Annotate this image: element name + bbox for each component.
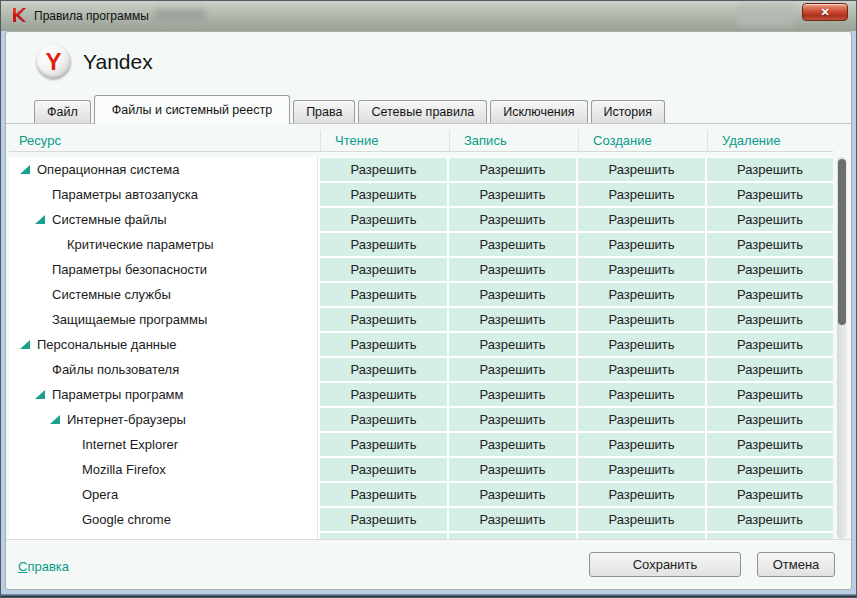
permission-button[interactable]: Разрешить (578, 433, 705, 456)
tree-cell[interactable]: Интернет-браузеры (9, 407, 318, 432)
tree-cell[interactable]: Opera (9, 482, 318, 507)
permission-button[interactable]: Разрешить (320, 408, 447, 431)
permission-button[interactable]: Разрешить (578, 333, 705, 356)
permission-button[interactable]: Разрешить (707, 333, 833, 356)
tab-exclusions[interactable]: Исключения (490, 100, 587, 123)
table-header-row: Ресурс ЧтениеЗаписьСозданиеУдаление (9, 130, 833, 152)
permission-button[interactable]: Разрешить (578, 508, 705, 531)
expander-icon[interactable] (20, 165, 30, 174)
permission-button[interactable]: Разрешить (707, 483, 833, 506)
permission-button[interactable]: Разрешить (449, 458, 576, 481)
permission-button[interactable]: Разрешить (449, 208, 576, 231)
cancel-button[interactable]: Отмена (757, 552, 835, 577)
tree-cell[interactable]: Параметры программ (9, 382, 318, 407)
permission-button[interactable]: Разрешить (449, 433, 576, 456)
permission-button[interactable]: Разрешить (578, 383, 705, 406)
permission-button[interactable]: Разрешить (707, 208, 833, 231)
tab-rights[interactable]: Права (293, 100, 355, 123)
save-button[interactable]: Сохранить (589, 552, 741, 577)
tab-network-rules[interactable]: Сетевые правила (358, 100, 487, 123)
tab-file[interactable]: Файл (34, 100, 91, 123)
tree-cell[interactable]: Mozilla Firefox (9, 457, 318, 482)
permission-button[interactable]: Разрешить (707, 183, 833, 206)
permission-button[interactable]: Разрешить (707, 158, 833, 181)
expander-icon[interactable] (20, 340, 30, 349)
permission-button[interactable]: Разрешить (320, 208, 447, 231)
permission-button[interactable]: Разрешить (707, 233, 833, 256)
permission-button[interactable]: Разрешить (449, 158, 576, 181)
vertical-scrollbar[interactable] (837, 157, 847, 539)
tree-cell[interactable]: Системные службы (9, 282, 318, 307)
permission-button[interactable]: Разрешить (707, 433, 833, 456)
permission-button[interactable]: Разрешить (578, 408, 705, 431)
help-link[interactable]: Справка (18, 559, 69, 574)
tree-cell[interactable]: Параметры автозапуска (9, 182, 318, 207)
tree-cell[interactable]: Файлы пользователя (9, 357, 318, 382)
permission-button[interactable]: Разрешить (707, 258, 833, 281)
permission-button[interactable]: Разрешить (707, 283, 833, 306)
tree-cell[interactable]: Защищаемые программы (9, 307, 318, 332)
permission-button[interactable]: Разрешить (449, 483, 576, 506)
permission-button[interactable]: Разрешить (707, 408, 833, 431)
permission-button[interactable]: Разрешить (449, 333, 576, 356)
tab-history[interactable]: История (591, 100, 665, 123)
permission-button[interactable]: Разрешить (449, 408, 576, 431)
tree-cell[interactable]: Персональные данные (9, 332, 318, 357)
permission-button[interactable]: Разрешить (449, 183, 576, 206)
permission-button[interactable]: Разрешить (320, 183, 447, 206)
permission-button[interactable]: Разрешить (320, 308, 447, 331)
column-header-permission: Чтение (320, 130, 447, 151)
permission-button[interactable]: Разрешить (449, 258, 576, 281)
permission-button[interactable]: Разрешить (578, 483, 705, 506)
permission-button[interactable]: Разрешить (449, 358, 576, 381)
permission-button[interactable]: Разрешить (707, 508, 833, 531)
tree-cell[interactable]: Операционная система (9, 157, 318, 182)
permission-button[interactable]: Разрешить (320, 458, 447, 481)
titlebar: Правила программы ✕ (1, 1, 856, 31)
tree-cell[interactable]: Google chrome (9, 507, 318, 532)
tree-cell[interactable]: Критические параметры (9, 232, 318, 257)
permission-button[interactable]: Разрешить (449, 308, 576, 331)
permission-button[interactable]: Разрешить (449, 508, 576, 531)
permission-button[interactable]: Разрешить (320, 358, 447, 381)
permission-button[interactable]: Разрешить (707, 358, 833, 381)
permission-button[interactable]: Разрешить (320, 508, 447, 531)
permission-button[interactable]: Разрешить (578, 258, 705, 281)
permission-button[interactable]: Разрешить (578, 233, 705, 256)
tree-cell[interactable]: Параметры безопасности (9, 257, 318, 282)
permission-button[interactable]: Разрешить (578, 308, 705, 331)
permission-button[interactable]: Разрешить (320, 283, 447, 306)
permission-button[interactable]: Разрешить (707, 458, 833, 481)
permission-button[interactable]: Разрешить (707, 308, 833, 331)
permission-button[interactable]: Разрешить (320, 383, 447, 406)
expander-icon[interactable] (35, 390, 45, 399)
permission-button[interactable]: Разрешить (707, 383, 833, 406)
permission-button[interactable]: Разрешить (449, 383, 576, 406)
tab-files-and-registry[interactable]: Файлы и системный реестр (94, 95, 290, 124)
permission-button[interactable]: Разрешить (320, 483, 447, 506)
permission-button[interactable]: Разрешить (578, 283, 705, 306)
close-button[interactable]: ✕ (802, 3, 848, 21)
permission-button[interactable]: Разрешить (578, 358, 705, 381)
permission-button[interactable]: Разрешить (578, 183, 705, 206)
permission-button[interactable]: Разрешить (449, 283, 576, 306)
expander-icon[interactable] (35, 215, 45, 224)
permission-button[interactable]: Разрешить (320, 258, 447, 281)
permission-button[interactable]: Разрешить (449, 233, 576, 256)
row-label: Параметры безопасности (52, 262, 207, 277)
tree-cell[interactable]: Системные файлы (9, 207, 318, 232)
tree-cell[interactable]: Internet Explorer (9, 432, 318, 457)
permission-button[interactable]: Разрешить (578, 458, 705, 481)
permission-button[interactable]: Разрешить (320, 158, 447, 181)
permission-button[interactable]: Разрешить (320, 433, 447, 456)
permission-button[interactable]: Разрешить (320, 333, 447, 356)
permission-button[interactable]: Разрешить (578, 158, 705, 181)
row-label: Параметры автозапуска (52, 187, 198, 202)
tree-cell[interactable] (9, 532, 318, 539)
permission-button[interactable]: Разрешить (578, 208, 705, 231)
permission-button[interactable]: Разрешить (320, 233, 447, 256)
table-row: Параметры программРазрешитьРазрешитьРазр… (9, 382, 833, 407)
expander-icon[interactable] (50, 415, 60, 424)
close-icon: ✕ (820, 7, 829, 18)
scrollbar-thumb[interactable] (838, 159, 846, 325)
